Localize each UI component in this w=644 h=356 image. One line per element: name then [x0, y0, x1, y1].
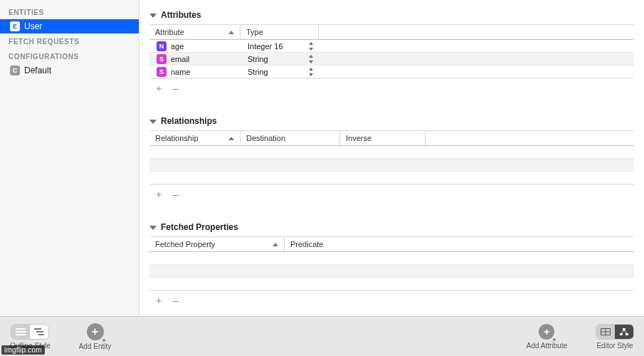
editor-graph-icon[interactable]	[615, 325, 633, 339]
sidebar-section-entities: ENTITIES	[0, 4, 139, 19]
attributes-section: Attributes Attribute Type N	[149, 4, 634, 100]
add-attribute-row-button[interactable]: +	[154, 83, 164, 93]
string-type-badge-icon: S	[157, 67, 167, 77]
svg-line-13	[624, 330, 627, 333]
table-header: Fetched Property Predicate	[149, 237, 634, 252]
disclosure-triangle-icon	[149, 226, 157, 230]
svg-rect-0	[16, 328, 26, 330]
svg-rect-4	[36, 331, 43, 333]
add-attribute-button[interactable]: +	[539, 324, 554, 340]
outline-list-icon[interactable]	[11, 325, 30, 339]
number-type-badge-icon: N	[157, 41, 167, 51]
sidebar-section-fetch-requests: FETCH REQUESTS	[0, 33, 139, 48]
column-header-spacer	[319, 25, 634, 39]
attributes-table: Attribute Type N age	[149, 24, 634, 79]
toolbar-label: Editor Style	[596, 342, 633, 350]
column-header-fetched-property[interactable]: Fetched Property	[149, 237, 285, 251]
column-header-destination[interactable]: Destination	[241, 131, 340, 145]
sidebar-item-user[interactable]: E User	[0, 19, 139, 33]
column-header-inverse[interactable]: Inverse	[340, 131, 426, 145]
add-remove-bar: + –	[149, 79, 634, 100]
svg-rect-1	[16, 331, 26, 333]
attribute-type-cell[interactable]: String	[242, 66, 320, 78]
table-header: Relationship Destination Inverse	[149, 131, 634, 146]
column-header-attribute[interactable]: Attribute	[149, 25, 241, 39]
svg-rect-11	[625, 333, 628, 335]
svg-rect-2	[16, 334, 26, 335]
attribute-type-cell[interactable]: Integer 16	[242, 41, 320, 52]
attribute-name-cell[interactable]: S email	[151, 53, 242, 66]
table-row[interactable]: S email String	[149, 53, 634, 66]
add-attribute-group: + Add Attribute	[527, 324, 567, 350]
main-content: Attributes Attribute Type N	[139, 0, 644, 316]
column-header-relationship[interactable]: Relationship	[149, 131, 241, 145]
attribute-name-cell[interactable]: N age	[151, 40, 242, 53]
svg-rect-10	[620, 333, 623, 335]
add-entity-button[interactable]: +	[87, 323, 104, 340]
configuration-badge-icon: C	[10, 66, 20, 75]
sidebar-item-default[interactable]: C Default	[0, 63, 139, 78]
remove-fetched-property-row-button[interactable]: –	[171, 295, 181, 305]
popup-arrows-icon	[307, 55, 315, 63]
sidebar-section-configurations: CONFIGURATIONS	[0, 48, 139, 63]
table-body	[149, 146, 634, 184]
section-header-fetched-properties[interactable]: Fetched Properties	[149, 216, 634, 236]
add-entity-group: + Add Entity	[79, 323, 112, 350]
table-row[interactable]	[149, 278, 634, 290]
column-header-predicate[interactable]: Predicate	[285, 237, 634, 251]
remove-relationship-row-button[interactable]: –	[171, 189, 181, 199]
toolbar-label: Add Attribute	[527, 342, 567, 350]
popup-arrows-icon	[307, 68, 315, 76]
add-fetched-property-row-button[interactable]: +	[154, 295, 164, 305]
sidebar-item-label: User	[24, 21, 42, 31]
attribute-type-cell[interactable]: String	[242, 53, 320, 65]
toolbar-label: Add Entity	[79, 342, 112, 350]
sort-ascending-icon	[228, 137, 234, 140]
svg-rect-5	[38, 334, 44, 335]
table-row[interactable]	[149, 159, 634, 172]
bottom-toolbar: Outline Style + Add Entity + Add Attribu…	[0, 316, 644, 356]
editor-style-segmented[interactable]	[596, 324, 634, 340]
table-body	[149, 252, 634, 290]
outline-style-segmented[interactable]	[11, 324, 49, 340]
section-header-relationships[interactable]: Relationships	[149, 110, 634, 130]
editor-style-group: Editor Style	[596, 324, 634, 350]
fetched-properties-section: Fetched Properties Fetched Property Pred…	[149, 216, 634, 313]
disclosure-triangle-icon	[149, 120, 157, 124]
table-row[interactable]	[149, 265, 634, 278]
column-header-type[interactable]: Type	[241, 25, 319, 39]
sort-ascending-icon	[273, 243, 278, 246]
section-title: Attributes	[161, 10, 201, 20]
table-body: N age Integer 16 S email	[149, 40, 634, 78]
sidebar: ENTITIES E User FETCH REQUESTS CONFIGURA…	[0, 0, 139, 316]
relationships-section: Relationships Relationship Destination I…	[149, 110, 634, 206]
relationships-table: Relationship Destination Inverse	[149, 130, 634, 185]
editor-table-icon[interactable]	[596, 325, 615, 339]
table-row[interactable]: S name String	[149, 66, 634, 78]
svg-rect-3	[34, 328, 41, 330]
section-title: Relationships	[161, 116, 217, 126]
disclosure-triangle-icon	[149, 14, 157, 18]
add-relationship-row-button[interactable]: +	[154, 189, 164, 199]
table-header: Attribute Type	[149, 25, 634, 40]
popup-arrows-icon	[307, 42, 315, 51]
watermark: imgflip.com	[1, 345, 45, 355]
table-row[interactable]: N age Integer 16	[149, 40, 634, 53]
sidebar-item-label: Default	[24, 66, 51, 75]
table-row[interactable]	[149, 172, 634, 184]
dropdown-indicator-icon	[102, 338, 106, 342]
svg-rect-9	[623, 328, 625, 330]
svg-line-12	[621, 330, 624, 333]
add-remove-bar: + –	[149, 185, 634, 206]
column-header-spacer	[426, 131, 634, 145]
add-remove-bar: + –	[149, 291, 634, 313]
table-row[interactable]	[149, 252, 634, 265]
table-row[interactable]	[149, 146, 634, 159]
section-title: Fetched Properties	[161, 222, 238, 232]
attribute-name-cell[interactable]: S name	[151, 66, 242, 78]
entity-badge-icon: E	[10, 21, 20, 31]
remove-attribute-row-button[interactable]: –	[171, 83, 181, 93]
string-type-badge-icon: S	[157, 54, 167, 64]
section-header-attributes[interactable]: Attributes	[149, 4, 634, 24]
outline-hierarchy-icon[interactable]	[30, 325, 48, 339]
